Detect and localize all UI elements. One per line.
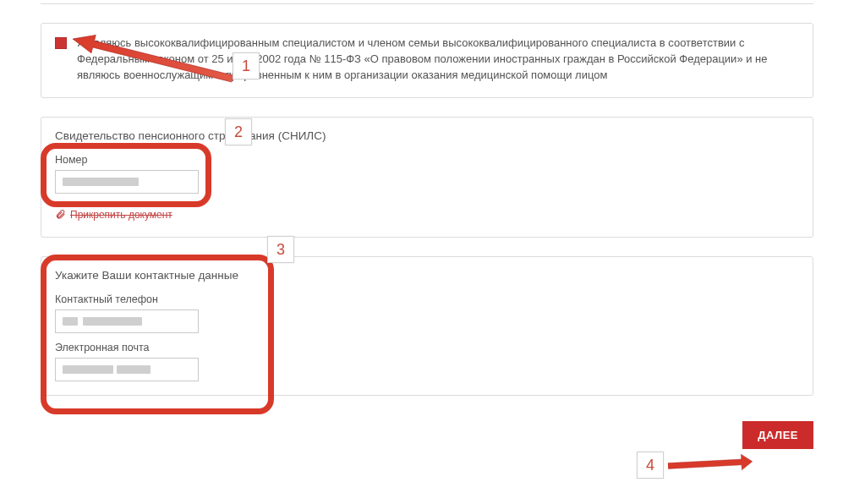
- snils-title: Свидетельство пенсионного страхования (С…: [55, 129, 799, 142]
- annotation-callout-3: 3: [267, 236, 294, 263]
- contacts-title: Укажите Ваши контактные данные: [55, 269, 799, 282]
- next-button[interactable]: ДАЛЕЕ: [742, 421, 813, 449]
- phone-label: Контактный телефон: [55, 293, 799, 305]
- email-input[interactable]: [55, 358, 199, 381]
- annotation-arrow-4: [667, 452, 753, 475]
- snils-number-label: Номер: [55, 154, 799, 166]
- declaration-checkbox[interactable]: [55, 37, 67, 49]
- snils-panel: Свидетельство пенсионного страхования (С…: [41, 117, 813, 238]
- annotation-callout-1: 1: [233, 52, 260, 79]
- actions-row: ДАЛЕЕ: [41, 421, 813, 449]
- attach-document-link[interactable]: Прикрепить документ: [55, 209, 172, 221]
- svg-marker-1: [668, 453, 753, 474]
- email-label: Электронная почта: [55, 342, 799, 353]
- paperclip-icon: [55, 209, 66, 220]
- contacts-panel: Укажите Ваши контактные данные Контактны…: [41, 256, 813, 396]
- annotation-callout-2: 2: [225, 118, 252, 145]
- snils-number-input[interactable]: [55, 170, 199, 194]
- phone-input[interactable]: [55, 310, 199, 333]
- attach-document-label: Прикрепить документ: [70, 209, 172, 221]
- annotation-callout-4: 4: [637, 452, 664, 479]
- previous-panel-bottom-edge: [41, 3, 813, 4]
